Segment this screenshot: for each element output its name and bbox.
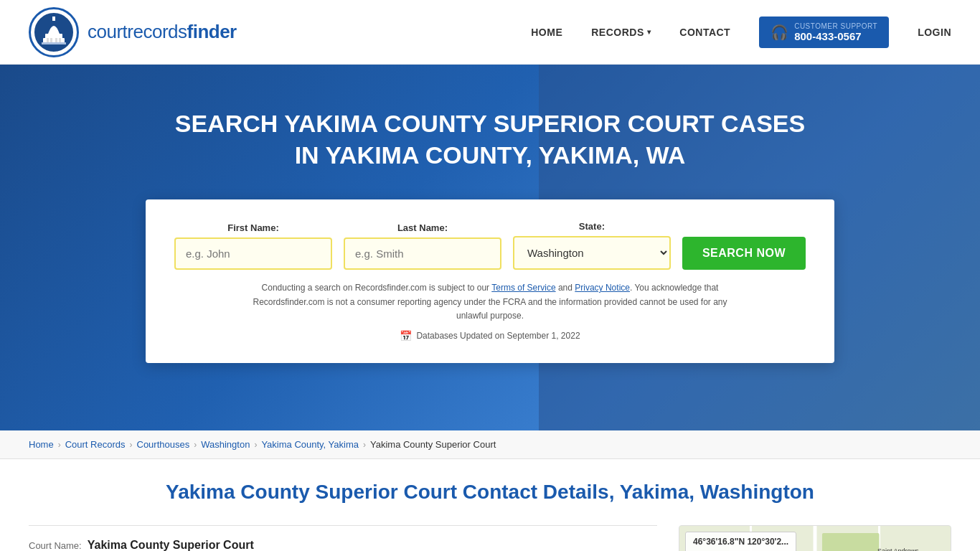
breadcrumb-sep-4: › [254,440,257,450]
breadcrumb-court-records[interactable]: Court Records [65,439,126,450]
privacy-link[interactable]: Privacy Notice [575,283,630,293]
logo-text: courtrecordsfinder [88,21,237,43]
breadcrumb-bar: Home › Court Records › Courthouses › Was… [0,430,980,459]
last-name-group: Last Name: [344,222,501,270]
first-name-group: First Name: [174,222,332,270]
breadcrumb-yakima-county[interactable]: Yakima County, Yakima [261,439,359,450]
support-box[interactable]: 🎧 CUSTOMER SUPPORT 800-433-0567 [759,17,889,48]
logo-icon [29,7,79,57]
header: courtrecordsfinder HOME RECORDS ▾ CONTAC… [0,0,980,65]
disclaimer-text: Conducting a search on Recordsfinder.com… [239,281,741,323]
breadcrumb: Home › Court Records › Courthouses › Was… [29,439,951,450]
svg-rect-18 [822,533,880,551]
state-label: State: [513,221,671,232]
details-left: Court Name: Yakima County Superior Court… [29,525,657,551]
breadcrumb-current: Yakima County Superior Court [370,439,496,450]
hero-title: SEARCH YAKIMA COUNTY SUPERIOR COURT CASE… [167,108,813,171]
logo[interactable]: courtrecordsfinder [29,7,237,57]
search-card: First Name: Last Name: State: Washington… [146,199,834,363]
search-button[interactable]: SEARCH NOW [682,237,806,270]
breadcrumb-sep-2: › [130,440,133,450]
calendar-icon: 📅 [400,330,412,342]
map-area: 46°36'16.8"N 120°30'2... View larger map… [679,525,951,551]
details-section: Court Name: Yakima County Superior Court… [29,525,951,551]
breadcrumb-courthouses[interactable]: Courthouses [137,439,190,450]
headset-icon: 🎧 [771,24,788,41]
main-nav: HOME RECORDS ▾ CONTACT 🎧 CUSTOMER SUPPOR… [531,17,951,48]
map-inner: 46°36'16.8"N 120°30'2... View larger map… [679,526,951,551]
db-updated: 📅 Databases Updated on September 1, 2022 [174,330,806,342]
map-container: 46°36'16.8"N 120°30'2... View larger map… [679,525,951,551]
support-info: CUSTOMER SUPPORT 800-433-0567 [794,22,877,42]
breadcrumb-sep-3: › [194,440,197,450]
breadcrumb-washington[interactable]: Washington [201,439,250,450]
terms-link[interactable]: Terms of Service [491,283,555,293]
main-content: Yakima County Superior Court Contact Det… [0,459,980,551]
map-label-saint: Saint AndrewsPresbyterian Church [877,547,936,551]
breadcrumb-sep-5: › [363,440,366,450]
first-name-label: First Name: [174,222,332,233]
court-name-row: Court Name: Yakima County Superior Court [29,525,657,551]
state-group: State: Washington [513,221,671,270]
svg-rect-3 [52,17,55,21]
chevron-down-icon: ▾ [647,28,651,36]
nav-login[interactable]: LOGIN [918,27,951,38]
page-heading: Yakima County Superior Court Contact Det… [29,481,951,504]
map-coords-box: 46°36'16.8"N 120°30'2... View larger map [685,532,796,551]
last-name-input[interactable] [344,237,501,270]
nav-records[interactable]: RECORDS ▾ [591,27,651,38]
nav-home[interactable]: HOME [531,27,562,38]
svg-rect-8 [42,42,66,44]
search-fields: First Name: Last Name: State: Washington… [174,221,806,270]
court-name-value: Yakima County Superior Court [88,539,254,551]
hero-section: SEARCH YAKIMA COUNTY SUPERIOR COURT CASE… [0,65,980,430]
state-select[interactable]: Washington [513,236,671,270]
court-name-label: Court Name: [29,540,82,551]
breadcrumb-home[interactable]: Home [29,439,54,450]
breadcrumb-sep-1: › [58,440,61,450]
map-coords: 46°36'16.8"N 120°30'2... [693,537,788,547]
last-name-label: Last Name: [344,222,501,233]
nav-contact[interactable]: CONTACT [679,27,730,38]
first-name-input[interactable] [174,237,332,270]
